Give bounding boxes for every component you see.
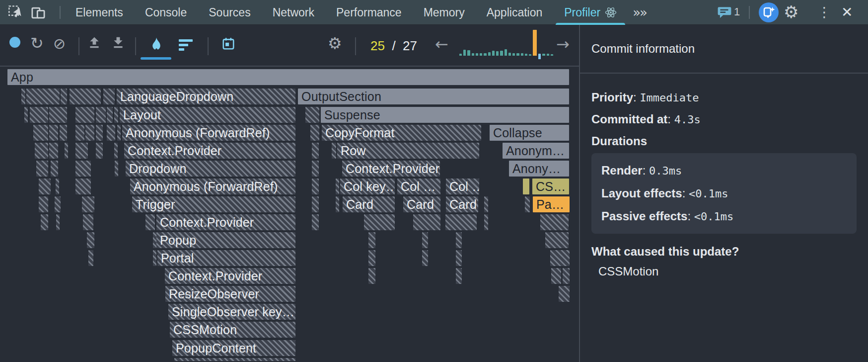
commit-bar-19[interactable] bbox=[533, 30, 537, 56]
flame-bar[interactable] bbox=[65, 143, 68, 159]
flame-bar[interactable] bbox=[39, 179, 51, 194]
tab-performance[interactable]: Performance bbox=[325, 0, 413, 25]
flame-bar[interactable] bbox=[550, 250, 570, 266]
flame-bar[interactable] bbox=[30, 107, 48, 123]
commit-bar-16[interactable] bbox=[521, 53, 523, 56]
flame-bar[interactable] bbox=[559, 286, 570, 302]
flame-bar[interactable] bbox=[85, 125, 94, 141]
flame-bar[interactable] bbox=[96, 107, 106, 123]
flame-bar[interactable] bbox=[368, 268, 375, 284]
tab-sources[interactable]: Sources bbox=[198, 0, 261, 25]
flame-bar-trigger[interactable]: Trigger bbox=[132, 196, 295, 212]
flame-bar[interactable] bbox=[117, 125, 121, 141]
flame-bar[interactable] bbox=[75, 143, 88, 159]
flame-bar-card[interactable]: Card bbox=[446, 196, 478, 212]
flame-bar-app[interactable]: App bbox=[7, 69, 569, 85]
flame-bar[interactable] bbox=[332, 143, 336, 159]
tab-console[interactable]: Console bbox=[134, 0, 198, 25]
commit-bar-8[interactable] bbox=[488, 52, 491, 56]
flame-bar[interactable] bbox=[312, 161, 319, 177]
flame-bar-anonymous-forwardref[interactable]: Anonymous (ForwardRef) bbox=[130, 179, 295, 194]
flame-bar[interactable] bbox=[26, 89, 60, 104]
tab-profiler[interactable]: Profiler bbox=[553, 0, 628, 25]
flame-bar[interactable] bbox=[115, 161, 118, 177]
flame-bar[interactable] bbox=[36, 161, 48, 177]
commit-bar-17[interactable] bbox=[525, 54, 527, 56]
next-commit-arrow-icon[interactable]: → bbox=[556, 35, 570, 54]
flame-bar[interactable] bbox=[305, 107, 319, 123]
reload-icon[interactable]: ↻ bbox=[30, 34, 44, 53]
flame-bar[interactable] bbox=[60, 125, 67, 141]
flame-bar[interactable] bbox=[368, 232, 375, 248]
flame-bar-col[interactable]: Col … bbox=[446, 179, 479, 194]
device-toolbar-icon[interactable] bbox=[31, 5, 46, 22]
flame-bar-cs[interactable]: CS… bbox=[532, 179, 569, 194]
commit-bar-12[interactable] bbox=[505, 49, 507, 56]
flame-bar-resizeobserver[interactable]: ResizeObserver bbox=[165, 286, 295, 302]
issues-bubble-icon[interactable] bbox=[717, 6, 732, 21]
flamegraph-view-tab[interactable] bbox=[141, 25, 171, 67]
timeline-view-icon[interactable] bbox=[221, 37, 235, 53]
flame-bar[interactable] bbox=[456, 250, 462, 266]
profiler-settings-gear-icon[interactable]: ⚙ bbox=[328, 34, 342, 53]
flame-bar[interactable] bbox=[545, 232, 569, 248]
more-tabs-icon[interactable]: »» bbox=[628, 0, 651, 25]
commit-bar-22[interactable] bbox=[547, 54, 549, 56]
flame-bar[interactable] bbox=[87, 232, 94, 248]
flame-bar[interactable] bbox=[82, 196, 94, 212]
commit-bar-11[interactable] bbox=[500, 51, 503, 56]
tab-application[interactable]: Application bbox=[476, 0, 554, 25]
flame-bar[interactable] bbox=[484, 214, 488, 230]
flame-bar-anonymous-forwardref[interactable]: Anonymous (ForwardRef) bbox=[122, 125, 295, 141]
flame-bar[interactable] bbox=[336, 179, 339, 194]
flame-bar-portal[interactable]: Portal bbox=[157, 250, 295, 266]
commit-bar-7[interactable] bbox=[484, 53, 486, 56]
flame-bar-row[interactable]: Row bbox=[337, 143, 479, 159]
flame-bar[interactable] bbox=[456, 232, 462, 248]
commit-bar-3[interactable] bbox=[467, 50, 470, 56]
flame-bar[interactable] bbox=[103, 89, 115, 104]
more-options-kebab-icon[interactable]: ⋮ bbox=[817, 4, 831, 20]
inspect-element-icon[interactable] bbox=[8, 5, 23, 22]
flame-bar[interactable] bbox=[35, 143, 48, 159]
flame-bar-col[interactable]: Col … bbox=[397, 179, 440, 194]
flame-bar[interactable] bbox=[368, 250, 375, 266]
flame-bar-singleobserver-key[interactable]: SingleObserver key… bbox=[168, 304, 295, 320]
flame-bar[interactable] bbox=[364, 214, 395, 230]
flame-bar[interactable] bbox=[49, 125, 58, 141]
what-caused-value[interactable]: CSSMotion bbox=[591, 265, 857, 278]
commit-bar-5[interactable] bbox=[476, 53, 478, 56]
flame-bar[interactable] bbox=[107, 125, 115, 141]
flame-bar-cssmotion[interactable]: CSSMotion bbox=[170, 322, 295, 338]
flame-bar[interactable] bbox=[456, 268, 462, 284]
flame-bar[interactable] bbox=[336, 196, 339, 212]
commit-bar-20[interactable] bbox=[538, 54, 541, 59]
flame-bar[interactable] bbox=[551, 268, 561, 284]
record-icon[interactable] bbox=[9, 37, 20, 48]
tab-memory[interactable]: Memory bbox=[413, 0, 476, 25]
flame-bar[interactable] bbox=[61, 89, 67, 104]
commit-bar-6[interactable] bbox=[480, 53, 482, 56]
flame-bar-context-provider[interactable]: Context.Provider bbox=[165, 268, 295, 284]
flame-bar[interactable] bbox=[153, 250, 156, 266]
flame-bar[interactable] bbox=[75, 161, 91, 177]
flame-bar[interactable] bbox=[312, 179, 319, 194]
flame-bar-dropdown[interactable]: Dropdown bbox=[126, 161, 295, 177]
flame-bar-suspense[interactable]: Suspense bbox=[321, 107, 569, 123]
flame-bar-pa[interactable]: Pa… bbox=[533, 196, 570, 212]
flame-bar[interactable] bbox=[525, 196, 530, 212]
flame-bar[interactable] bbox=[445, 214, 477, 230]
flame-bar[interactable] bbox=[540, 214, 569, 230]
flame-bar[interactable] bbox=[56, 214, 60, 230]
flame-bar[interactable] bbox=[75, 125, 84, 141]
flame-bar-card[interactable]: Card bbox=[343, 196, 395, 212]
tab-elements[interactable]: Elements bbox=[65, 0, 134, 25]
flame-bar-context-provider[interactable]: Context.Provider bbox=[124, 143, 295, 159]
flame-bar[interactable] bbox=[83, 214, 93, 230]
flame-bar[interactable] bbox=[422, 232, 428, 248]
flame-bar[interactable] bbox=[422, 250, 428, 266]
commit-bar-4[interactable] bbox=[472, 53, 474, 56]
flame-bar[interactable] bbox=[153, 232, 156, 248]
issues-count-badge[interactable]: 1 bbox=[734, 5, 740, 18]
flame-bar[interactable] bbox=[39, 196, 48, 212]
